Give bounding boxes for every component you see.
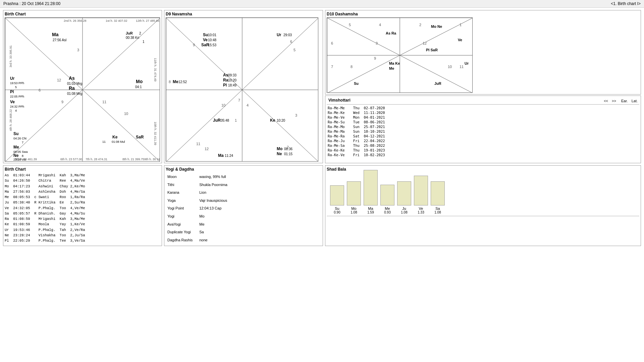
vimshottari-row: Ra-Ke-Ke Thu 19-01-2023 (327, 148, 639, 153)
bar (397, 181, 411, 205)
bar-value: 0.93 (384, 210, 390, 214)
yogi-table: Moonwaxing, 99% fullTithiShukla Poornima… (166, 173, 229, 244)
birth-list-row: Ma 27:56:03 Ashlesha Doh 4,Me/Sa (5, 189, 160, 194)
svg-text:Pl: Pl (223, 83, 227, 87)
bar-column: Ma1.59 (364, 170, 378, 214)
birth-list-row: Ke 01:08:59 Moola Yay 1,Ke/Ve (5, 222, 160, 227)
bar-column: Ju1.08 (397, 181, 411, 214)
vimshottari-row: Ra-Me-Ke Wed 11-11-2020 (327, 110, 639, 115)
bar-value: 1.33 (418, 210, 424, 214)
svg-text:Ur: Ur (10, 76, 15, 81)
nav-next[interactable]: >> (612, 99, 616, 103)
birth-list-row: Ve 24:32:05 P.Phalg. Too 4,Ve/Me (5, 205, 160, 211)
svg-text:10th h.  32 411.39: 10th h. 32 411.39 (154, 122, 157, 145)
birth-list-row: Ur 19:53:46 P.Phalg. Tah 2,Ve/Ra (5, 227, 160, 233)
yogi-row: YogaVajr Inauspicious (166, 197, 228, 204)
vimshottari-row: Ra-Ke-Ve Fri 10-02-2023 (327, 153, 639, 157)
yogi-value: Vajr Inauspicious (198, 197, 228, 204)
svg-text:01:15: 01:15 (284, 152, 292, 156)
svg-text:3rd h.  33 395.91: 3rd h. 33 395.91 (9, 45, 12, 67)
svg-text:Me: Me (389, 66, 394, 70)
svg-text:As: As (69, 75, 75, 81)
svg-text:3: 3 (295, 113, 297, 117)
bar (347, 181, 361, 205)
bar-value: 1.59 (367, 210, 374, 214)
svg-text:18:49: 18:49 (228, 83, 236, 87)
vimshottari-row: Ra-Me-Me Thu 02-07-2020 (327, 106, 639, 110)
bar (364, 170, 378, 205)
bar-label: Mo (351, 206, 356, 210)
svg-text:8: 8 (351, 65, 353, 69)
yogi-row: YogiMo (166, 213, 228, 220)
svg-text:As: As (223, 73, 228, 77)
svg-text:JuR: JuR (213, 118, 221, 123)
svg-text:24:32 PPh: 24:32 PPh (10, 105, 24, 108)
bar (380, 185, 394, 205)
vimshottari-title: Vimshottari (328, 98, 351, 103)
svg-text:10: 10 (124, 112, 128, 116)
svg-text:8: 8 (22, 154, 23, 158)
bar (414, 176, 428, 205)
svg-text:11:24: 11:24 (225, 154, 233, 158)
svg-text:4: 4 (379, 23, 381, 27)
birth-list-row: As 01:03:44 Mrigashi Kah 3,Ma/Me (5, 173, 160, 178)
yogi-value: Mo (198, 213, 228, 220)
top-bar: Prashna : 20 Oct 1964 21:28:00 <1. Birth… (0, 0, 644, 8)
nav-prev[interactable]: << (604, 99, 608, 103)
svg-text:Pl SaR: Pl SaR (426, 48, 438, 52)
svg-text:8th h.  21 399.75: 8th h. 21 399.75 (122, 158, 144, 161)
svg-text:3: 3 (376, 41, 378, 45)
bar-label: Su (335, 206, 339, 210)
svg-text:11: 11 (102, 100, 106, 104)
svg-text:1st h.  32 407.02: 1st h. 32 407.02 (106, 19, 127, 22)
vimshottari-rows: Ra-Me-Me Thu 02-07-2020Ra-Me-Ke Wed 11-1… (327, 106, 639, 157)
svg-text:10:20: 10:20 (277, 119, 285, 122)
yogi-label: Dagdha Rashis (166, 237, 198, 244)
svg-text:Me: Me (13, 145, 19, 149)
svg-text:3: 3 (77, 48, 79, 52)
bar-column: Me0.93 (380, 185, 394, 214)
svg-text:10:01: 10:01 (208, 33, 216, 37)
svg-text:05:48: 05:48 (221, 119, 229, 122)
svg-text:9: 9 (193, 43, 195, 47)
bar-value: 1.08 (401, 210, 407, 214)
svg-text:00:38 Kri: 00:38 Kri (126, 36, 139, 40)
yogi-row: Duplicate YogiSa (166, 229, 228, 236)
lat-label: Lat. (632, 99, 638, 103)
svg-text:2: 2 (419, 23, 421, 27)
shad-bala-panel: Shad Bala Su0.90Mo1.08Ma1.59Me0.93Ju1.08… (325, 165, 641, 246)
yogi-value: Me (198, 221, 228, 228)
svg-text:Mo Ne: Mo Ne (431, 24, 442, 28)
svg-text:22:05 PPh: 22:05 PPh (10, 95, 24, 98)
svg-text:6: 6 (331, 41, 333, 45)
birth-chart-panel: Birth Chart (3, 10, 162, 163)
svg-text:Ra: Ra (69, 85, 75, 91)
svg-text:9: 9 (374, 56, 376, 60)
svg-text:7: 7 (331, 65, 333, 69)
svg-text:Ve: Ve (458, 38, 462, 42)
svg-text:09:33: 09:33 (228, 73, 236, 77)
svg-text:7: 7 (238, 98, 240, 102)
svg-text:10:48: 10:48 (208, 38, 216, 42)
yogi-label: AvaYogi (166, 221, 198, 228)
birth-chart-svg: 2nd h. 26 356.28 1st h. 32 407.02 12th h… (5, 17, 160, 162)
yogi-value: Shukla Poornima (198, 181, 228, 189)
svg-text:1: 1 (235, 118, 237, 122)
birth-list-row: Ra 01:08:59 Mrigashi Kah 3,Ma/Me (5, 216, 160, 222)
vimshottari-row: Ra-Me-Ma Sun 10-10-2021 (327, 129, 639, 134)
svg-text:1: 1 (460, 23, 462, 27)
svg-text:6: 6 (39, 88, 41, 92)
yogi-label: Tithi (166, 181, 198, 189)
chart-nav[interactable]: <1. Birth chart I> (611, 1, 641, 6)
bar-column: Ve1.33 (414, 176, 428, 214)
svg-text:4th h.  28 468.22: 4th h. 28 468.22 (9, 109, 12, 131)
yogi-label: Duplicate Yogi (166, 229, 198, 236)
d10-chart-svg: Mo Ne 5 4 2 1 As Ra Ve 6 3 12 (327, 17, 473, 93)
yogi-row: TithiShukla Poornima (166, 181, 228, 189)
vimshottari-row: Ra-Me-Sa Thu 25-08-2022 (327, 143, 639, 148)
svg-text:12: 12 (57, 78, 61, 82)
svg-text:4: 4 (247, 103, 249, 107)
svg-text:11: 11 (460, 65, 464, 69)
yogi-row: AvaYogiMe (166, 221, 228, 228)
bar-column: Su0.90 (330, 185, 344, 214)
